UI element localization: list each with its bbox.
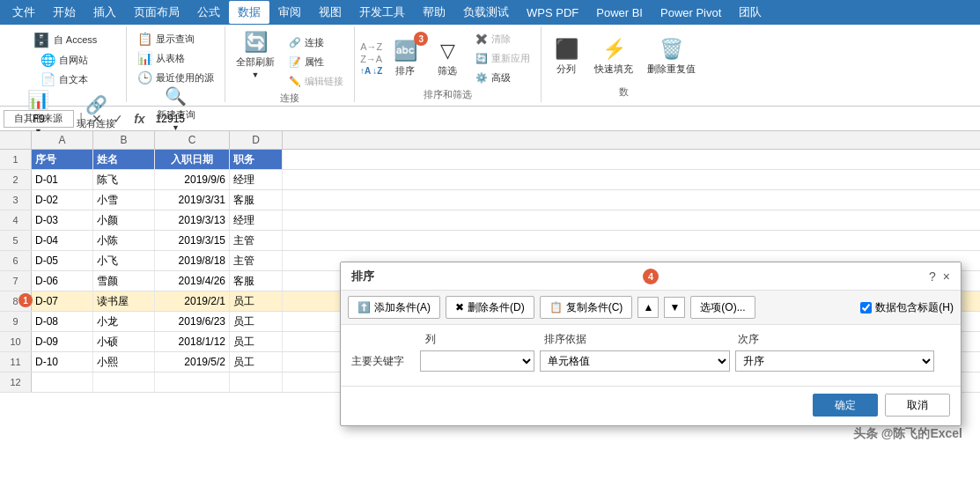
cell[interactable]: 小硕 — [93, 332, 155, 351]
cell[interactable]: 客服 — [230, 190, 283, 210]
add-condition-btn[interactable]: ⬆️ 添加条件(A) — [348, 296, 440, 319]
menu-wps-pdf[interactable]: WPS PDF — [518, 3, 587, 23]
menu-view[interactable]: 视图 — [310, 1, 350, 24]
ribbon-btn-new-query[interactable]: 🔍 新建查询 ▼ — [151, 86, 201, 130]
ribbon-btn-web[interactable]: 🌐 自网站 — [35, 51, 93, 69]
sort-basis-select[interactable]: 单元格值 单元格颜色 字体颜色 单元格图标 — [540, 350, 730, 372]
ribbon-btn-show-query[interactable]: 📋 显示查询 — [132, 30, 219, 48]
ribbon-btn-recent-source[interactable]: 🕒 最近使用的源 — [132, 69, 219, 86]
cell[interactable] — [155, 372, 230, 392]
cell[interactable]: 2019/3/15 — [155, 231, 230, 250]
dialog-close-btn[interactable]: × — [943, 269, 950, 284]
move-up-btn[interactable]: ▲ — [637, 297, 659, 318]
cell[interactable]: D-03 — [32, 210, 93, 230]
cell[interactable]: D-10 — [32, 352, 93, 372]
cell[interactable]: 2019/4/26 — [155, 271, 230, 291]
cell[interactable]: 经理 — [230, 210, 283, 230]
ribbon-btn-advanced[interactable]: ⚙️ 高级 — [470, 69, 535, 86]
sort-order-select[interactable]: 升序 降序 自定义序列... — [735, 350, 934, 372]
cell[interactable]: 客服 — [230, 271, 283, 291]
menu-file[interactable]: 文件 — [4, 1, 44, 24]
menu-power-pivot[interactable]: Power Pivot — [652, 3, 730, 23]
options-btn[interactable]: 选项(O)... — [690, 296, 755, 319]
ribbon-btn-properties[interactable]: 📝 属性 — [284, 53, 349, 70]
cell[interactable]: 小雪 — [93, 190, 155, 210]
ribbon-btn-remove-dup[interactable]: 🗑️ 删除重复值 — [642, 33, 701, 82]
cell[interactable]: D-09 — [32, 332, 93, 351]
cell-d1[interactable]: 职务 — [230, 150, 283, 169]
menu-dev-tools[interactable]: 开发工具 — [350, 1, 414, 24]
ribbon-btn-reapply[interactable]: 🔄 重新应用 — [470, 49, 535, 67]
cell[interactable]: 2019/5/2 — [155, 352, 230, 372]
menu-insert[interactable]: 插入 — [85, 1, 125, 24]
cell[interactable]: 员工 — [230, 291, 283, 311]
menu-team[interactable]: 团队 — [730, 1, 770, 24]
cell-c1[interactable]: 入职日期 — [155, 150, 230, 169]
cell[interactable]: D-08 — [32, 312, 93, 331]
copy-condition-btn[interactable]: 📋 复制条件(C) — [540, 296, 633, 319]
cell[interactable]: D-07 — [32, 291, 93, 311]
cell[interactable]: 经理 — [230, 170, 283, 189]
cell[interactable]: 小陈 — [93, 231, 155, 250]
header-checkbox-input[interactable] — [860, 302, 872, 313]
cell[interactable] — [93, 372, 155, 392]
cell[interactable]: 2019/3/13 — [155, 210, 230, 230]
cell[interactable]: 2019/9/6 — [155, 170, 230, 189]
cell[interactable]: 小熙 — [93, 352, 155, 372]
cell[interactable] — [230, 372, 283, 392]
menu-load-test[interactable]: 负载测试 — [454, 1, 518, 24]
cell-a1[interactable]: 序号 — [32, 150, 93, 169]
fx-btn[interactable]: fx — [130, 110, 148, 128]
menu-page-layout[interactable]: 页面布局 — [125, 1, 188, 24]
ribbon-btn-other-sources[interactable]: 📊 自其他来源 ▼ — [9, 90, 68, 134]
delete-condition-btn[interactable]: ✖ 删除条件(D) — [446, 296, 534, 319]
cell[interactable]: 小颜 — [93, 210, 155, 230]
ribbon-btn-edit-link[interactable]: ✏️ 编辑链接 — [284, 72, 349, 90]
cell[interactable]: D-02 — [32, 190, 93, 210]
ribbon-btn-existing-conn[interactable]: 🔗 现有连接 — [71, 90, 121, 134]
menu-power-bi[interactable]: Power BI — [587, 3, 652, 23]
menu-data[interactable]: 数据 — [229, 1, 269, 24]
cell[interactable] — [32, 372, 93, 392]
confirm-btn[interactable]: 确定 — [813, 394, 878, 417]
move-down-btn[interactable]: ▼ — [664, 297, 685, 318]
menu-formula[interactable]: 公式 — [188, 1, 229, 24]
ribbon-btn-connection[interactable]: 🔗 连接 — [284, 33, 349, 51]
cell[interactable]: 员工 — [230, 312, 283, 331]
cell[interactable]: D-06 — [32, 271, 93, 291]
cell[interactable]: 2019/8/18 — [155, 251, 230, 270]
formula-input[interactable] — [152, 111, 976, 127]
ribbon-btn-flash-fill[interactable]: ⚡ 快速填充 — [589, 33, 638, 82]
cell[interactable]: 主管 — [230, 231, 283, 250]
cell[interactable]: 读书屋 — [93, 291, 155, 311]
cell[interactable]: 2018/1/12 — [155, 332, 230, 351]
cell[interactable]: 小龙 — [93, 312, 155, 331]
menu-help[interactable]: 帮助 — [414, 1, 454, 24]
cell[interactable]: 员工 — [230, 332, 283, 351]
cell[interactable]: 2019/3/31 — [155, 190, 230, 210]
cell-b1[interactable]: 姓名 — [93, 150, 155, 169]
cell[interactable]: 小飞 — [93, 251, 155, 270]
menu-review[interactable]: 审阅 — [269, 1, 310, 24]
cell[interactable]: D-04 — [32, 231, 93, 250]
cell[interactable]: 2019/2/1 — [155, 291, 230, 311]
cell[interactable]: 主管 — [230, 251, 283, 270]
ribbon-btn-from-table[interactable]: 📊 从表格 — [132, 49, 219, 67]
ribbon-btn-access[interactable]: 🗄️ 自 Access — [27, 30, 103, 49]
data-has-header-checkbox[interactable]: 数据包含标题(H) — [860, 300, 954, 315]
cell[interactable]: 雪颜 — [93, 271, 155, 291]
dialog-help-btn[interactable]: ? — [929, 269, 936, 284]
cell[interactable]: D-01 — [32, 170, 93, 189]
ribbon-btn-text[interactable]: 📄 自文本 — [35, 70, 93, 88]
menu-start[interactable]: 开始 — [44, 1, 85, 24]
ribbon-btn-refresh-all[interactable]: 🔄 全部刷新 ▼ — [231, 30, 280, 79]
ribbon-btn-filter[interactable]: ▽ 筛选 — [428, 33, 467, 83]
cell[interactable]: D-05 — [32, 251, 93, 270]
ribbon-btn-split-col[interactable]: ⬛ 分列 — [547, 33, 586, 82]
cell[interactable]: 陈飞 — [93, 170, 155, 189]
cell[interactable]: 2019/6/23 — [155, 312, 230, 331]
ribbon-btn-clear[interactable]: ✖️ 清除 — [470, 30, 535, 48]
sort-column-select[interactable] — [420, 350, 534, 372]
cancel-btn[interactable]: 取消 — [885, 394, 950, 417]
cell[interactable]: 员工 — [230, 352, 283, 372]
